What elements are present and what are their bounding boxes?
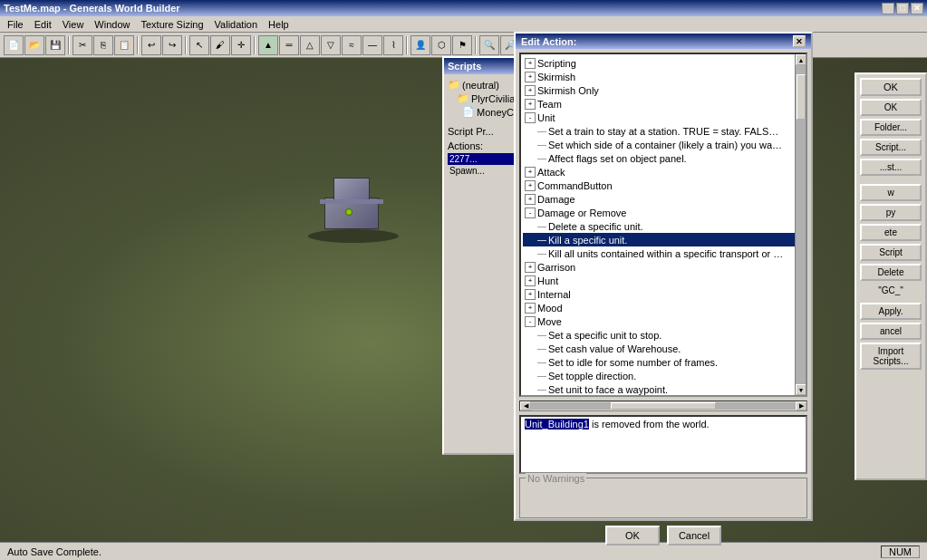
- scripts-neutral[interactable]: 📁 (neutral): [448, 78, 517, 92]
- menu-window[interactable]: Window: [89, 18, 135, 31]
- menu-texture-sizing[interactable]: Texture Sizing: [135, 18, 208, 31]
- toolbar-undo[interactable]: ↩: [141, 35, 161, 55]
- scroll-track[interactable]: [796, 65, 806, 384]
- tree-item-unit-flags[interactable]: — Affect flags set on object panel.: [523, 151, 804, 165]
- scripts-money[interactable]: 📄 MoneyCi...: [462, 105, 517, 119]
- menu-help[interactable]: Help: [263, 18, 295, 31]
- folder-button[interactable]: Folder...: [860, 119, 922, 136]
- tree-item-move-cash[interactable]: — Set cash value of Warehouse.: [523, 342, 804, 355]
- toolbar-zoom-in[interactable]: 🔍: [479, 35, 499, 55]
- tree-item-commandbutton[interactable]: + CommandButton: [523, 179, 804, 192]
- copy-btn[interactable]: py: [860, 204, 922, 221]
- action-tree-view[interactable]: + Scripting + Skirmish + Skirmish Only +…: [519, 53, 807, 397]
- expand-unit[interactable]: -: [525, 112, 536, 123]
- expand-mood[interactable]: +: [525, 303, 536, 314]
- toolbar-new[interactable]: 📄: [4, 35, 24, 55]
- menu-view[interactable]: View: [57, 18, 90, 31]
- expand-move[interactable]: -: [525, 316, 536, 327]
- tree-item-hunt[interactable]: + Hunt: [523, 274, 804, 287]
- tree-item-team[interactable]: + Team: [523, 97, 804, 111]
- toolbar-water[interactable]: ≈: [342, 35, 362, 55]
- expand-skirmish[interactable]: +: [525, 72, 536, 82]
- expand-scripting[interactable]: +: [525, 58, 536, 69]
- dialog-cancel-btn[interactable]: Cancel: [667, 526, 721, 546]
- toolbar-road[interactable]: —: [362, 35, 382, 55]
- tree-item-skirmish-only[interactable]: + Skirmish Only: [523, 83, 804, 97]
- import-btn[interactable]: Import Scripts...: [860, 343, 922, 370]
- toolbar-bridge[interactable]: ⌇: [383, 35, 403, 55]
- delete-btn[interactable]: ete: [860, 224, 922, 241]
- tree-item-move-stop[interactable]: — Set a specific unit to stop.: [523, 328, 804, 342]
- expand-garrison[interactable]: +: [525, 262, 536, 273]
- delete2-btn[interactable]: Delete: [860, 264, 922, 281]
- toolbar-object[interactable]: ⬡: [431, 35, 451, 55]
- maximize-btn[interactable]: □: [896, 3, 909, 14]
- scroll-down-btn[interactable]: ▼: [796, 384, 806, 395]
- menu-edit[interactable]: Edit: [29, 18, 57, 31]
- expand-internal[interactable]: +: [525, 289, 536, 300]
- toolbar-lower[interactable]: ▽: [321, 35, 341, 55]
- toolbar-brush[interactable]: 🖌: [210, 35, 230, 55]
- tree-item-kill-unit[interactable]: — Kill a specific unit.: [523, 233, 804, 246]
- toolbar-raise[interactable]: △: [300, 35, 320, 55]
- toolbar-copy[interactable]: ⎘: [93, 35, 113, 55]
- toolbar-flatten[interactable]: ═: [279, 35, 299, 55]
- toolbar-terrain[interactable]: ▲: [258, 35, 278, 55]
- scroll-right-btn[interactable]: ▶: [796, 401, 806, 410]
- expand-skirmish-only[interactable]: +: [525, 85, 536, 96]
- cancel-side-btn[interactable]: ancel: [860, 323, 922, 340]
- toolbar-cut[interactable]: ✂: [72, 35, 92, 55]
- tree-item-move-face-wp[interactable]: — Set unit to face a waypoint.: [523, 382, 804, 396]
- tree-item-internal[interactable]: + Internal: [523, 287, 804, 301]
- close-btn[interactable]: ✕: [911, 3, 923, 14]
- dialog-close-btn[interactable]: ✕: [793, 35, 806, 47]
- toolbar-save[interactable]: 💾: [45, 35, 65, 55]
- scripts-player[interactable]: 📁 PlyrCivilian: [457, 92, 517, 105]
- toolbar-redo[interactable]: ↪: [162, 35, 182, 55]
- tree-item-damage-remove[interactable]: - Damage or Remove: [523, 206, 804, 219]
- title-bar-buttons[interactable]: _ □ ✕: [882, 3, 923, 14]
- toolbar-move[interactable]: ✛: [231, 35, 251, 55]
- ok-button[interactable]: OK: [860, 78, 922, 96]
- script2-btn[interactable]: Script: [860, 244, 922, 261]
- tree-item-unit[interactable]: - Unit: [523, 111, 804, 124]
- expand-damage[interactable]: +: [525, 194, 536, 205]
- tree-item-scripting[interactable]: + Scripting: [523, 56, 804, 70]
- tree-item-garrison[interactable]: + Garrison: [523, 260, 804, 274]
- scroll-thumb[interactable]: [797, 74, 806, 120]
- script-button[interactable]: Script...: [860, 139, 922, 156]
- expand-attack[interactable]: +: [525, 167, 536, 178]
- expand-team[interactable]: +: [525, 99, 536, 110]
- tree-item-unit-container[interactable]: — Set which side of a container (likely …: [523, 138, 804, 151]
- toolbar-select[interactable]: ↖: [189, 35, 209, 55]
- new-action-btn[interactable]: w: [860, 184, 922, 201]
- spawn-action[interactable]: Spawn...: [448, 165, 517, 177]
- dialog-ok-btn[interactable]: OK: [605, 526, 660, 546]
- tree-item-move-idle[interactable]: — Set to idle for some number of frames.: [523, 355, 804, 369]
- menu-validation[interactable]: Validation: [209, 18, 264, 31]
- scroll-left-btn[interactable]: ◀: [520, 401, 531, 410]
- toolbar-player[interactable]: 👤: [410, 35, 430, 55]
- expand-commandbutton[interactable]: +: [525, 180, 536, 191]
- tree-item-mood[interactable]: + Mood: [523, 301, 804, 314]
- toolbar-paste[interactable]: 📋: [114, 35, 134, 55]
- tree-vscrollbar[interactable]: ▲ ▼: [795, 54, 806, 395]
- toolbar-open[interactable]: 📂: [24, 35, 44, 55]
- toolbar-waypoint[interactable]: ⚑: [452, 35, 472, 55]
- tree-item-attack[interactable]: + Attack: [523, 165, 804, 179]
- tree-item-move[interactable]: - Move: [523, 314, 804, 328]
- apply-btn[interactable]: Apply.: [860, 303, 922, 320]
- tree-item-damage[interactable]: + Damage: [523, 192, 804, 206]
- h-scrollbar[interactable]: ◀ ▶: [519, 401, 807, 411]
- tree-item-skirmish[interactable]: + Skirmish: [523, 70, 804, 83]
- expand-hunt[interactable]: +: [525, 275, 536, 286]
- list-button[interactable]: ...st...: [860, 159, 922, 176]
- ok-only-button[interactable]: OK: [860, 99, 922, 116]
- tree-item-move-face-unit[interactable]: — Set unit to face another unit.: [523, 396, 804, 397]
- selected-action[interactable]: 2277...: [448, 153, 517, 165]
- menu-file[interactable]: File: [2, 18, 29, 31]
- h-scroll-thumb[interactable]: [611, 402, 717, 410]
- tree-item-move-topple[interactable]: — Set topple direction.: [523, 369, 804, 382]
- scroll-up-btn[interactable]: ▲: [796, 54, 806, 65]
- expand-damage-remove[interactable]: -: [525, 208, 536, 218]
